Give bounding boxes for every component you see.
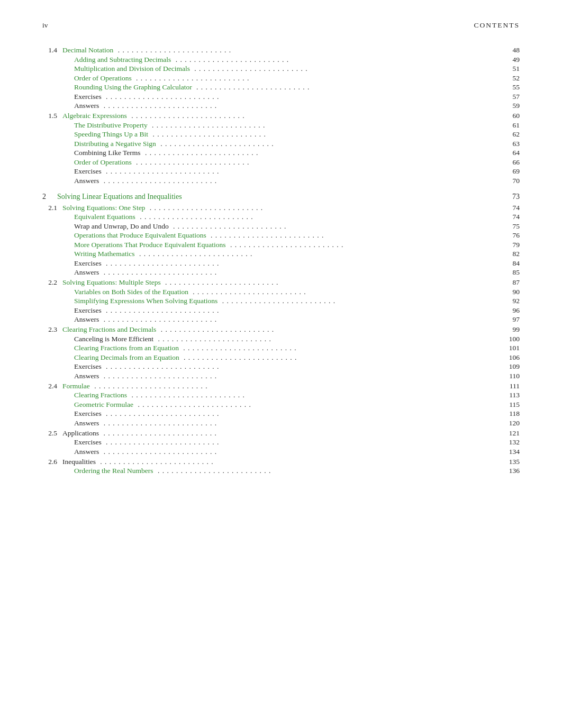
subsection-page: 115 [504,401,520,409]
subsection-label: Order of Operations [74,158,132,167]
subsection-label: Order of Operations [74,74,132,83]
toc-row[interactable]: 2.1 Solving Equations: One Step . . . . … [42,202,520,212]
toc-row[interactable]: Exercises . . . . . . . . . . . . . . . … [42,305,520,315]
toc-row[interactable]: Exercises . . . . . . . . . . . . . . . … [42,258,520,268]
toc-row[interactable]: Writing Mathematics . . . . . . . . . . … [42,249,520,259]
subsection-dots: . . . . . . . . . . . . . . . . . . . . … [129,391,502,399]
toc-row[interactable]: Adding and Subtracting Decimals . . . . … [42,54,520,64]
subsection-dots: . . . . . . . . . . . . . . . . . . . . … [181,344,502,352]
toc-row[interactable]: Canceling is More Efficient . . . . . . … [42,334,520,343]
toc-row[interactable]: Order of Operations . . . . . . . . . . … [42,73,520,83]
section-label: Inequalities [62,458,96,466]
toc-row[interactable]: 1.4 Decimal Notation . . . . . . . . . .… [42,44,520,54]
section-page: 121 [504,429,520,438]
section-dots: . . . . . . . . . . . . . . . . . . . . … [115,46,502,54]
toc-row[interactable]: 2.2 Solving Equations: Multiple Steps . … [42,277,520,287]
section-dots: . . . . . . . . . . . . . . . . . . . . … [147,204,502,212]
toc-row[interactable]: Exercises . . . . . . . . . . . . . . . … [42,167,520,176]
section-dots: . . . . . . . . . . . . . . . . . . . . … [158,325,502,334]
subsection-label: Multiplication and Division of Decimals [74,65,190,73]
section-label: Solving Equations: One Step [62,204,145,212]
section-label: Formulae [62,382,90,390]
subsection-label: Combining Like Terms [74,149,141,157]
toc-row[interactable]: More Operations That Produce Equivalent … [42,240,520,249]
toc-row[interactable]: Exercises . . . . . . . . . . . . . . . … [42,362,520,371]
section-dots: . . . . . . . . . . . . . . . . . . . . … [98,458,502,466]
subsection-page: 75 [504,222,520,231]
toc-row[interactable]: 2.5 Applications . . . . . . . . . . . .… [42,427,520,438]
subsection-dots: . . . . . . . . . . . . . . . . . . . . … [143,149,502,157]
toc-row[interactable]: Combining Like Terms . . . . . . . . . .… [42,148,520,158]
subsection-page: 52 [504,74,520,83]
subsection-page: 120 [504,419,520,427]
subsection-page: 134 [504,448,520,456]
section-page: 135 [504,458,520,466]
section-num: 2.2 [42,278,62,287]
toc-row[interactable]: Distributing a Negative Sign . . . . . .… [42,139,520,148]
toc-row[interactable]: Exercises . . . . . . . . . . . . . . . … [42,409,520,418]
subsection-dots: . . . . . . . . . . . . . . . . . . . . … [104,259,502,268]
toc-row[interactable]: Geometric Formulae . . . . . . . . . . .… [42,399,520,409]
toc-row[interactable]: Answers . . . . . . . . . . . . . . . . … [42,176,520,185]
subsection-dots: . . . . . . . . . . . . . . . . . . . . … [101,177,502,185]
subsection-dots: . . . . . . . . . . . . . . . . . . . . … [104,438,502,447]
toc-row[interactable]: Answers . . . . . . . . . . . . . . . . … [42,371,520,380]
section-dots: . . . . . . . . . . . . . . . . . . . . … [129,112,502,120]
subsection-dots: . . . . . . . . . . . . . . . . . . . . … [104,93,502,101]
toc-row[interactable]: Exercises . . . . . . . . . . . . . . . … [42,438,520,447]
page-number: iv [42,21,48,30]
subsection-label: Ordering the Real Numbers [74,467,153,475]
toc-row[interactable]: Answers . . . . . . . . . . . . . . . . … [42,101,520,111]
subsection-label: Answers [74,448,99,456]
toc-row[interactable]: Variables on Both Sides of the Equation … [42,287,520,296]
toc-row[interactable]: Equivalent Equations . . . . . . . . . .… [42,212,520,222]
section-label: Solving Equations: Multiple Steps [62,278,161,287]
toc-row[interactable]: Answers . . . . . . . . . . . . . . . . … [42,418,520,427]
subsection-dots: . . . . . . . . . . . . . . . . . . . . … [194,83,502,92]
toc-row[interactable]: Wrap and Unwrap, Do and Undo . . . . . .… [42,221,520,231]
toc-row[interactable]: Simplifying Expressions When Solving Equ… [42,296,520,306]
toc-row[interactable]: 1.5 Algebraic Expressions . . . . . . . … [42,110,520,120]
section-page: 87 [504,278,520,287]
subsection-label: Writing Mathematics [74,250,135,258]
subsection-label: Simplifying Expressions When Solving Equ… [74,297,217,305]
toc-row[interactable]: Order of Operations . . . . . . . . . . … [42,157,520,167]
subsection-label: Rounding Using the Graphing Calculator [74,83,192,92]
toc-row[interactable]: Rounding Using the Graphing Calculator .… [42,83,520,92]
toc-row[interactable]: The Distributive Property . . . . . . . … [42,120,520,130]
subsection-page: 59 [504,102,520,110]
toc-row[interactable]: Clearing Fractions . . . . . . . . . . .… [42,390,520,400]
subsection-page: 132 [504,438,520,447]
toc-row[interactable]: Answers . . . . . . . . . . . . . . . . … [42,315,520,324]
toc-row[interactable]: Speeding Things Up a Bit . . . . . . . .… [42,130,520,139]
subsection-page: 96 [504,306,520,315]
toc-row[interactable]: 2.3 Clearing Fractions and Decimals . . … [42,324,520,334]
subsection-label: Exercises [74,410,102,418]
subsection-dots: . . . . . . . . . . . . . . . . . . . . … [209,231,502,240]
subsection-page: 79 [504,241,520,249]
section-num: 1.5 [42,112,62,120]
subsection-dots: . . . . . . . . . . . . . . . . . . . . … [150,130,502,139]
subsection-page: 92 [504,297,520,305]
toc-row[interactable]: 2.6 Inequalities . . . . . . . . . . . .… [42,456,520,466]
subsection-page: 84 [504,259,520,268]
subsection-dots: . . . . . . . . . . . . . . . . . . . . … [134,74,502,83]
subsection-dots: . . . . . . . . . . . . . . . . . . . . … [156,335,502,343]
subsection-page: 113 [504,391,520,399]
toc-row[interactable]: Ordering the Real Numbers . . . . . . . … [42,466,520,476]
subsection-page: 106 [504,353,520,362]
toc-row[interactable]: Clearing Decimals from an Equation . . .… [42,352,520,362]
toc-row[interactable]: Clearing Fractions from an Equation . . … [42,343,520,353]
toc-row[interactable]: Multiplication and Division of Decimals … [42,64,520,74]
toc-row[interactable]: 2 Solving Linear Equations and Inequalit… [42,193,520,201]
subsection-dots: . . . . . . . . . . . . . . . . . . . . … [173,56,502,64]
toc-row[interactable]: Answers . . . . . . . . . . . . . . . . … [42,268,520,277]
toc-row[interactable]: 2.4 Formulae . . . . . . . . . . . . . .… [42,380,520,390]
subsection-dots: . . . . . . . . . . . . . . . . . . . . … [182,353,502,362]
subsection-page: 101 [504,344,520,352]
toc-row[interactable]: Operations that Produce Equivalent Equat… [42,231,520,240]
subsection-dots: . . . . . . . . . . . . . . . . . . . . … [191,288,502,296]
toc-row[interactable]: Answers . . . . . . . . . . . . . . . . … [42,447,520,456]
toc-row[interactable]: Exercises . . . . . . . . . . . . . . . … [42,92,520,101]
subsection-page: 97 [504,315,520,324]
